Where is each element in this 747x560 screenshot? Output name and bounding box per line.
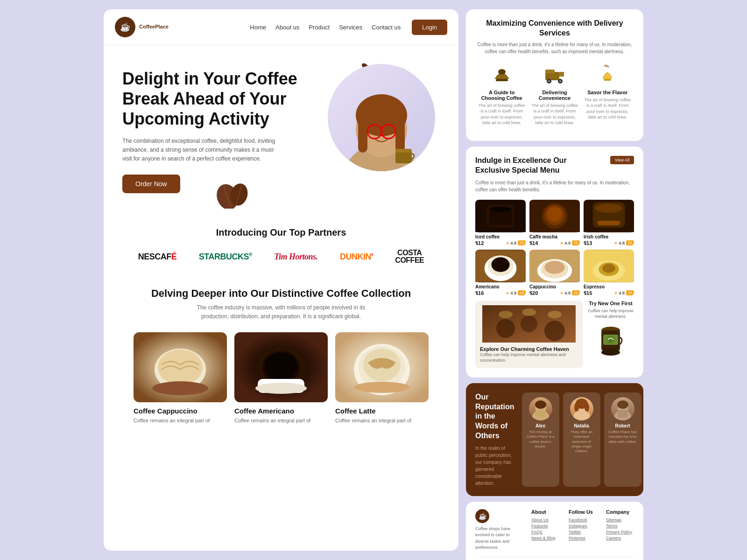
- brand-name: CoffeePlace: [139, 24, 169, 30]
- partner-nescafe: NESCAFÉ: [138, 252, 177, 262]
- svg-point-47: [490, 206, 510, 212]
- menu-rating-4: ★ 4.9 26: [560, 290, 580, 295]
- menu-header: Indulge in Excellence Our Exclusive Spec…: [475, 156, 634, 175]
- footer-about-title: About: [531, 509, 559, 515]
- footer-blog-link[interactable]: News & Blog: [531, 536, 559, 540]
- coffee-card-americano: Coffee Americano Coffee remains an integ…: [234, 332, 328, 425]
- menu-row-0: $12 ★ 4.8 76: [475, 240, 526, 246]
- delivery-title: Maximizing Convenience with Delivery Ser…: [475, 19, 634, 38]
- haven-image: [480, 305, 578, 343]
- footer-instagram-link[interactable]: Instagram: [569, 524, 597, 528]
- coffee-title-1: Coffee Americano: [234, 407, 328, 415]
- avatar-name-0: Alex: [526, 423, 556, 428]
- footer-about-col: About About Us Features FAQS News & Blog: [531, 509, 559, 551]
- menu-row-2: $13 ★ 4.8 76: [584, 240, 634, 246]
- menu-description: Coffee is more than just a drink, it's a…: [475, 179, 634, 193]
- promo-haven: Explore Our Charming Coffee Haven Coffee…: [475, 301, 583, 368]
- flavor-icon: [596, 63, 619, 86]
- hero-person-image: [328, 64, 435, 171]
- nav-product[interactable]: Product: [309, 24, 330, 31]
- svg-point-63: [544, 261, 564, 273]
- nav-links: Home About us Product Services Contact u…: [250, 23, 401, 31]
- menu-grid: Iced coffee $12 ★ 4.8 76: [475, 200, 634, 296]
- svg-point-39: [548, 80, 550, 82]
- coffee-card-cappuccino: Coffee Cappuccino Coffee remains an inte…: [134, 332, 227, 425]
- footer-logo-icon: ☕: [475, 509, 489, 523]
- avatar-alex-img: [529, 397, 552, 420]
- footer-terms-link[interactable]: Terms: [606, 524, 634, 528]
- nav-about[interactable]: About us: [275, 24, 299, 31]
- avatar-quote-1: They offer an extensive selection of sin…: [567, 430, 597, 454]
- svg-rect-34: [496, 79, 508, 81]
- testimonials-description: In the realm of public perception, our c…: [475, 445, 514, 487]
- footer-social-title: Follow Us: [569, 509, 597, 515]
- footer-twitter-link[interactable]: Twitter: [569, 530, 597, 534]
- menu-img-americano-menu: [475, 250, 526, 282]
- footer-about-link[interactable]: About Us: [531, 518, 559, 522]
- menu-rating-3: ★ 4.9 26: [506, 290, 526, 295]
- menu-item-0: Iced coffee $12 ★ 4.8 76: [475, 200, 526, 246]
- svg-point-72: [544, 321, 565, 341]
- delivery-icons: A Guide to Choosing Coffee The art of br…: [475, 63, 634, 126]
- star-icon: ★: [506, 241, 509, 245]
- nav-home[interactable]: Home: [250, 24, 266, 31]
- svg-rect-15: [358, 115, 367, 153]
- svg-point-33: [354, 382, 410, 393]
- menu-item-1: Caffe mocha $14 ★ 4.9 76: [529, 200, 580, 246]
- order-now-button[interactable]: Order Now: [122, 175, 180, 193]
- footer-features-link[interactable]: Features: [531, 524, 559, 528]
- menu-item-5: Espresso $15 ★ 4.8 76: [584, 250, 634, 296]
- service-desc-2: The art of brewing coffee is a craft in …: [584, 97, 631, 120]
- avatar-robert-img: [611, 397, 634, 420]
- svg-point-59: [491, 257, 509, 272]
- footer-careers-link[interactable]: Careers: [606, 536, 634, 540]
- menu-name-2: Irish coffee: [584, 234, 634, 239]
- coffee-desc-1: Coffee remains an integral part of: [234, 417, 328, 425]
- menu-item-4: Cappuccino $20 ★ 4.9 26: [529, 250, 580, 296]
- footer-brand-description: Coffee shops have evolved to cater to di…: [475, 526, 522, 551]
- footer-facebook-link[interactable]: Facebook: [569, 518, 597, 522]
- svg-point-88: [574, 403, 579, 412]
- svg-point-92: [617, 400, 628, 409]
- view-all-button[interactable]: View All: [610, 156, 634, 164]
- footer-faqs-link[interactable]: FAQS: [531, 530, 559, 534]
- partners-title: Introducing Our Top Partners: [122, 227, 440, 238]
- svg-point-67: [602, 264, 615, 273]
- menu-name-0: Iced coffee: [475, 234, 526, 239]
- menu-name-3: Americano: [475, 284, 526, 289]
- delivery-service-2: Savor the Flavor The art of brewing coff…: [584, 63, 631, 126]
- footer-pinterest-link[interactable]: Pinterest: [569, 536, 597, 540]
- footer-sitemap-link[interactable]: Sitemap: [606, 518, 634, 522]
- hero-image-area: [309, 59, 440, 213]
- nav-contact[interactable]: Contact us: [372, 24, 401, 31]
- svg-point-29: [255, 383, 307, 394]
- partners-logos: NESCAFÉ STARBUCKS® Tim Hortons. DUNKIN' …: [122, 249, 440, 264]
- delivery-truck-icon: [543, 63, 566, 86]
- login-button[interactable]: Login: [412, 20, 447, 35]
- svg-marker-37: [559, 72, 564, 77]
- logo-icon: ☕: [115, 17, 135, 37]
- nav-services[interactable]: Services: [339, 24, 362, 31]
- footer-social-col: Follow Us Facebook Instagram Twitter Pin…: [569, 509, 597, 551]
- footer-top: ☕ Coffee shops have evolved to cater to …: [475, 509, 634, 551]
- collection-title: Delving Deeper into Our Distinctive Coff…: [122, 287, 440, 300]
- coffee-image-cappuccino: [134, 332, 227, 402]
- hero-section: Delight in Your Coffee Break Ahead of Yo…: [104, 45, 458, 213]
- delivery-card: Maximizing Convenience with Delivery Ser…: [466, 9, 643, 141]
- footer-brand: ☕ Coffee shops have evolved to cater to …: [475, 509, 522, 551]
- promo-title: Explore Our Charming Coffee Haven: [480, 346, 578, 352]
- coffee-beans-decoration: [206, 171, 253, 199]
- svg-point-35: [498, 69, 506, 75]
- menu-title: Indulge in Excellence Our Exclusive Spec…: [475, 156, 569, 175]
- footer-privacy-link[interactable]: Privacy Policy: [606, 530, 634, 534]
- menu-img-mocha: [529, 200, 580, 232]
- menu-price-0: $12: [475, 240, 484, 246]
- coffee-card-latte: Coffee Latte Coffee remains an integral …: [335, 332, 429, 425]
- partner-dunkin: DUNKIN': [340, 252, 373, 262]
- svg-point-27: [265, 352, 297, 380]
- svg-point-70: [496, 319, 515, 338]
- svg-point-83: [535, 400, 546, 409]
- svg-point-74: [522, 308, 536, 316]
- coffee-title-0: Coffee Cappuccino: [134, 407, 227, 415]
- svg-rect-21: [395, 149, 412, 153]
